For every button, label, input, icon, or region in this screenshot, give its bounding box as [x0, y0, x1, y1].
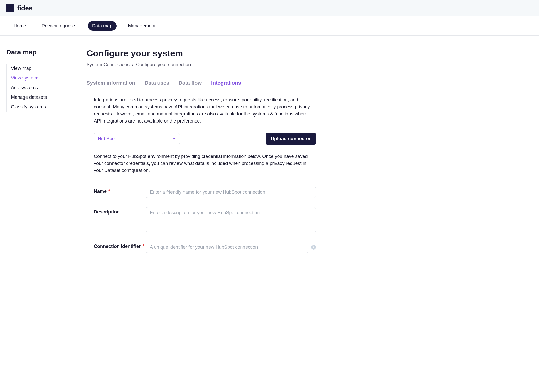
main-nav: Home Privacy requests Data map Managemen…	[0, 16, 539, 36]
logo-text: fides	[17, 4, 32, 12]
sidebar-items: View map View systems Add systems Manage…	[6, 64, 74, 112]
connection-id-label: Connection Identifier *	[94, 242, 146, 249]
nav-data-map[interactable]: Data map	[88, 21, 117, 31]
sidebar-item-add-systems[interactable]: Add systems	[11, 83, 74, 93]
top-header: fides	[0, 0, 539, 16]
upload-connector-button[interactable]: Upload connector	[266, 133, 316, 145]
required-asterisk: *	[143, 244, 144, 249]
connect-description: Connect to your HubSpot environment by p…	[87, 153, 316, 174]
description-label: Description	[94, 207, 146, 215]
page-title: Configure your system	[87, 48, 316, 58]
breadcrumb: System Connections / Configure your conn…	[87, 62, 316, 68]
sidebar-item-view-map[interactable]: View map	[11, 64, 74, 73]
required-asterisk: *	[108, 189, 110, 194]
name-input[interactable]	[146, 187, 316, 198]
form-row-connection-id: Connection Identifier * ?	[87, 242, 316, 253]
connector-select-value[interactable]: HubSpot	[94, 133, 180, 144]
main-layout: Data map View map View systems Add syste…	[0, 36, 539, 275]
connector-select[interactable]: HubSpot	[94, 133, 180, 144]
sidebar-item-manage-datasets[interactable]: Manage datasets	[11, 93, 74, 102]
sidebar: Data map View map View systems Add syste…	[6, 48, 74, 262]
connector-row: HubSpot Upload connector	[87, 133, 316, 145]
help-icon[interactable]: ?	[311, 245, 316, 250]
logo-icon	[6, 4, 14, 12]
sidebar-title: Data map	[6, 48, 74, 56]
connection-id-input[interactable]	[146, 242, 308, 253]
nav-privacy-requests[interactable]: Privacy requests	[38, 21, 81, 31]
name-label: Name *	[94, 187, 146, 194]
breadcrumb-part1[interactable]: System Connections	[87, 62, 130, 68]
form-row-description: Description	[87, 207, 316, 232]
tab-integrations[interactable]: Integrations	[211, 80, 241, 90]
tab-data-flow[interactable]: Data flow	[179, 80, 202, 90]
sidebar-item-classify-systems[interactable]: Classify systems	[11, 102, 74, 112]
sidebar-item-view-systems[interactable]: View systems	[11, 73, 74, 83]
form-row-name: Name *	[87, 187, 316, 198]
breadcrumb-separator: /	[132, 62, 133, 68]
integrations-description: Integrations are used to process privacy…	[87, 96, 316, 125]
tab-system-information[interactable]: System information	[87, 80, 135, 90]
tab-data-uses[interactable]: Data uses	[145, 80, 169, 90]
content: Configure your system System Connections…	[87, 48, 316, 262]
nav-management[interactable]: Management	[124, 21, 160, 31]
breadcrumb-part2: Configure your connection	[136, 62, 191, 68]
nav-home[interactable]: Home	[9, 21, 30, 31]
description-input[interactable]	[146, 207, 316, 232]
tabs: System information Data uses Data flow I…	[87, 80, 316, 90]
